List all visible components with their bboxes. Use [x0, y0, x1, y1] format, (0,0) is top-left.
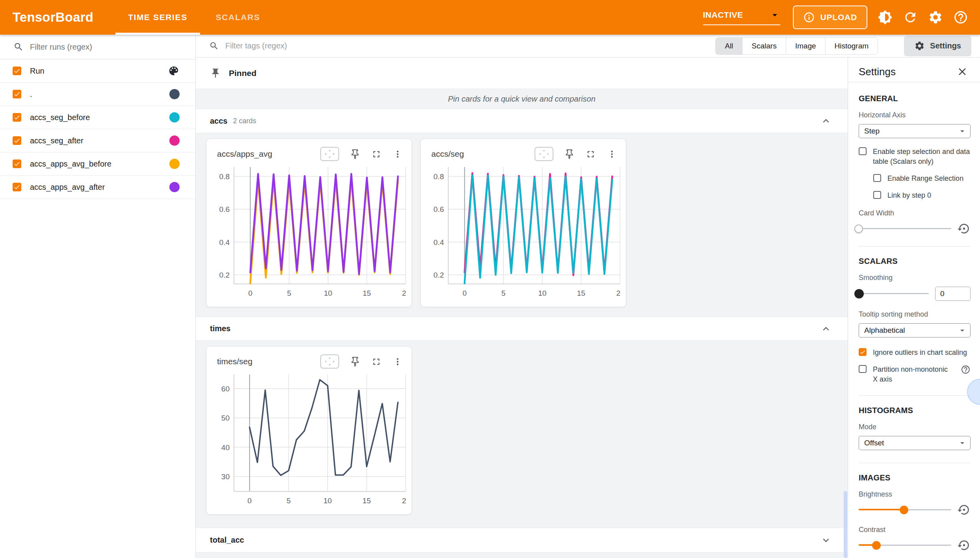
app-header: TensorBoard TIME SERIES SCALARS INACTIVE…	[0, 0, 980, 35]
settings-group-scalars: SCALARS Smoothing Tooltip sorting method	[859, 257, 971, 396]
fullscreen-icon[interactable]	[371, 149, 382, 159]
settings-toggle-button[interactable]: Settings	[904, 36, 971, 56]
more-options-icon[interactable]	[392, 356, 403, 367]
help-button[interactable]	[953, 10, 968, 25]
settings-panel-title: Settings	[859, 66, 956, 78]
chevron-down-icon[interactable]	[820, 534, 832, 546]
group-heading: GENERAL	[859, 94, 971, 103]
help-icon[interactable]	[961, 365, 971, 374]
run-color-dot	[169, 112, 180, 122]
run-row[interactable]: accs_apps_avg_after	[0, 176, 195, 199]
chevron-up-icon[interactable]	[820, 323, 832, 335]
dropdown-arrow-icon	[958, 326, 967, 335]
run-row-header[interactable]: Run	[0, 59, 195, 83]
section-header-accs[interactable]: accs 2 cards	[196, 109, 848, 133]
tab-time-series[interactable]: TIME SERIES	[114, 0, 202, 35]
tag-filter-input[interactable]	[225, 41, 715, 50]
run-checkbox[interactable]	[13, 183, 21, 191]
checkbox[interactable]	[873, 191, 881, 199]
pin-icon	[210, 68, 221, 79]
group-heading: IMAGES	[859, 473, 971, 482]
reset-icon[interactable]	[958, 503, 971, 516]
card-width-label: Card Width	[859, 209, 971, 217]
line-chart-accs-seg[interactable]: 0.20.40.60.80510152	[427, 163, 621, 300]
run-row[interactable]: accs_seg_before	[0, 106, 195, 129]
dropdown-arrow-icon	[958, 126, 967, 136]
tooltip-sorting-select[interactable]: Alphabetical	[859, 323, 971, 337]
run-checkbox[interactable]	[13, 113, 21, 122]
section-header-times[interactable]: times	[196, 317, 848, 341]
pan-zoom-tool[interactable]	[320, 147, 339, 161]
pin-card-icon[interactable]	[350, 356, 360, 367]
status-dropdown[interactable]: INACTIVE	[703, 9, 780, 25]
run-checkbox[interactable]	[13, 136, 21, 145]
reset-icon[interactable]	[958, 222, 971, 235]
pan-arrows-icon	[321, 148, 338, 160]
global-settings-button[interactable]	[928, 10, 943, 25]
checkbox-label: Ignore outliers in chart scaling	[873, 348, 967, 358]
tab-scalars[interactable]: SCALARS	[202, 0, 275, 35]
filter-all[interactable]: All	[716, 38, 742, 54]
theme-toggle-button[interactable]	[878, 10, 893, 25]
step-selection-checkbox-row[interactable]: Enable step selection and data table (Sc…	[859, 147, 971, 167]
checkbox[interactable]	[873, 174, 881, 182]
pan-arrows-icon	[321, 355, 338, 368]
run-row[interactable]: accs_seg_after	[0, 129, 195, 152]
more-options-icon[interactable]	[392, 149, 403, 159]
brightness-slider[interactable]	[859, 505, 951, 515]
run-checkbox[interactable]	[13, 159, 21, 168]
run-checkbox[interactable]	[13, 90, 21, 98]
fullscreen-icon[interactable]	[585, 149, 596, 159]
pin-card-icon[interactable]	[564, 149, 575, 159]
line-chart-accs-apps-avg[interactable]: 0.20.40.60.80510152	[213, 163, 406, 300]
reset-icon[interactable]	[958, 539, 971, 552]
chevron-down-icon	[769, 9, 780, 20]
slider-thumb[interactable]	[854, 224, 863, 233]
fullscreen-icon[interactable]	[371, 356, 382, 367]
checkbox[interactable]	[859, 365, 867, 373]
checkbox[interactable]	[859, 147, 867, 155]
histogram-mode-select[interactable]: Offset	[859, 436, 971, 450]
scrollbar-thumb[interactable]	[844, 491, 847, 558]
line-chart-times-seg[interactable]: 304050600510152	[213, 371, 406, 508]
reload-button[interactable]	[903, 10, 918, 25]
link-by-step-checkbox-row[interactable]: Link by step 0	[873, 191, 971, 200]
checkbox[interactable]	[859, 348, 867, 356]
filter-histogram[interactable]: Histogram	[825, 38, 878, 54]
contrast-label: Contrast	[859, 526, 971, 534]
close-icon[interactable]	[956, 66, 968, 78]
more-options-icon[interactable]	[607, 149, 617, 159]
smoothing-slider[interactable]	[859, 289, 929, 298]
palette-icon[interactable]	[168, 65, 180, 77]
contrast-slider[interactable]	[859, 541, 951, 550]
tensorboard-app: TensorBoard TIME SERIES SCALARS INACTIVE…	[0, 0, 980, 558]
slider-thumb[interactable]	[872, 541, 881, 550]
svg-text:15: 15	[363, 289, 371, 297]
pan-zoom-tool[interactable]	[535, 147, 553, 161]
upload-button[interactable]: UPLOAD	[793, 6, 867, 29]
horizontal-axis-select[interactable]: Step	[859, 124, 971, 138]
run-filter-input[interactable]	[30, 43, 187, 52]
settings-button-label: Settings	[930, 41, 961, 50]
partition-x-axis-checkbox-row[interactable]: Partition non-monotonic X axis	[859, 365, 971, 384]
section-header-total-acc[interactable]: total_acc	[196, 528, 848, 552]
filter-image[interactable]: Image	[786, 38, 825, 54]
chevron-up-icon[interactable]	[820, 115, 832, 127]
filter-scalars[interactable]: Scalars	[742, 38, 785, 54]
run-color-dot	[169, 89, 180, 99]
svg-text:60: 60	[221, 385, 230, 393]
pan-zoom-tool[interactable]	[320, 354, 339, 369]
run-row[interactable]: accs_apps_avg_before	[0, 152, 195, 176]
card-width-slider[interactable]	[859, 224, 951, 234]
pin-card-icon[interactable]	[350, 149, 360, 159]
run-checkbox[interactable]	[13, 67, 21, 75]
slider-thumb[interactable]	[900, 506, 908, 514]
ignore-outliers-checkbox-row[interactable]: Ignore outliers in chart scaling	[859, 348, 971, 358]
chart-card-accs-apps-avg: accs/apps_avg 0.20.40.60.80510152	[206, 139, 412, 307]
smoothing-value-input[interactable]	[935, 287, 971, 301]
svg-text:0.4: 0.4	[434, 238, 444, 247]
gear-icon	[914, 41, 925, 51]
slider-thumb[interactable]	[854, 289, 864, 298]
range-selection-checkbox-row[interactable]: Enable Range Selection	[873, 174, 971, 184]
run-row[interactable]: .	[0, 83, 195, 106]
